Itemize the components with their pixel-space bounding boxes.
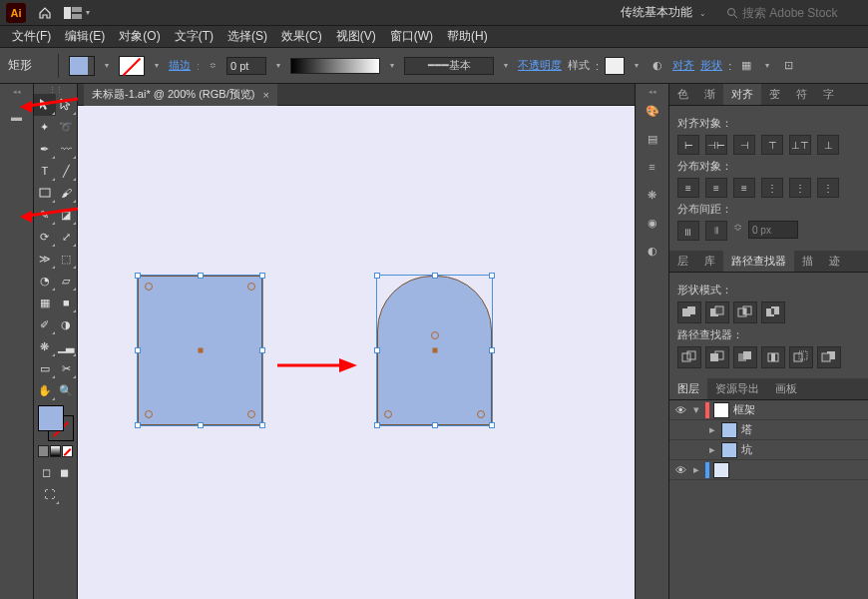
menu-edit[interactable]: 编辑(E) — [59, 26, 111, 47]
menu-view[interactable]: 视图(V) — [330, 26, 382, 47]
dist-top-button[interactable]: ≡ — [677, 178, 699, 198]
minus-back-button[interactable] — [817, 346, 841, 368]
expand-toggle[interactable]: ▾ — [691, 403, 701, 416]
eyedropper-tool[interactable]: ✐ — [34, 313, 56, 335]
tab-layer-short[interactable]: 层 — [669, 251, 696, 272]
curvature-tool[interactable]: 〰 — [56, 138, 78, 160]
tab-artboards[interactable]: 画板 — [767, 378, 805, 399]
corner-widget[interactable] — [247, 410, 255, 418]
tab-align[interactable]: 对齐 — [723, 84, 761, 105]
layer-name[interactable]: 塔 — [741, 422, 864, 437]
expand-toggle[interactable]: ▸ — [691, 463, 701, 476]
line-tool[interactable]: ╱ — [56, 160, 78, 182]
brushes-panel-icon[interactable]: ≡ — [639, 154, 666, 180]
crop-button[interactable] — [761, 346, 785, 368]
corner-widget[interactable] — [145, 283, 153, 291]
search-input[interactable] — [742, 6, 862, 20]
width-tool[interactable]: ≫ — [34, 248, 56, 270]
transform-icon[interactable]: ⊡ — [779, 57, 797, 75]
symbol-sprayer-tool[interactable]: ❋ — [34, 335, 56, 357]
dist-right-button[interactable]: ⋮ — [817, 178, 839, 198]
isolate-icon[interactable]: ▦ — [737, 57, 755, 75]
dist-vcenter-button[interactable]: ≡ — [705, 178, 727, 198]
gradient-tool[interactable]: ■ — [56, 292, 78, 313]
variable-width-profile[interactable] — [290, 58, 380, 74]
slice-tool[interactable]: ✂ — [56, 357, 78, 379]
chevron-down-icon[interactable]: ▾ — [386, 61, 398, 70]
recolor-icon[interactable]: ◐ — [649, 57, 666, 75]
stroke-weight-input[interactable] — [226, 57, 266, 75]
chevron-down-icon[interactable]: ▾ — [761, 61, 773, 70]
rectangle-shape[interactable] — [138, 276, 262, 425]
chevron-down-icon[interactable]: ▾ — [151, 61, 163, 70]
corner-widget[interactable] — [145, 410, 153, 418]
expand-handle-icon[interactable]: ◂◂ — [636, 88, 668, 96]
resize-handle[interactable] — [374, 273, 380, 279]
dist-vspace-button[interactable]: ⫼ — [677, 221, 699, 241]
hand-tool[interactable]: ✋ — [34, 379, 56, 401]
tab-layers[interactable]: 图层 — [669, 378, 707, 399]
graphic-style-swatch[interactable] — [605, 57, 625, 75]
align-left-button[interactable]: ⊢ — [677, 135, 699, 155]
trim-button[interactable] — [705, 346, 729, 368]
tab-color[interactable]: 色 — [669, 84, 696, 105]
pen-tool[interactable]: ✒ — [34, 138, 56, 160]
corner-widget[interactable] — [477, 410, 485, 418]
layer-row[interactable]: 👁 ▸ — [669, 460, 868, 480]
layer-row[interactable]: ▸ 塔 — [669, 420, 868, 440]
chevron-down-icon[interactable]: ▾ — [500, 61, 512, 70]
layer-row[interactable]: 👁 ▾ 框架 — [669, 400, 868, 420]
shape-builder-tool[interactable]: ◔ — [34, 270, 56, 292]
blend-tool[interactable]: ◑ — [56, 313, 78, 335]
draw-normal-icon[interactable]: ◻ — [38, 461, 56, 483]
unite-button[interactable] — [677, 301, 701, 323]
visibility-icon[interactable]: 👁 — [673, 404, 687, 416]
magic-wand-tool[interactable]: ✦ — [34, 116, 56, 138]
corner-widget[interactable] — [431, 331, 439, 339]
draw-behind-icon[interactable]: ◼ — [56, 461, 74, 483]
workspace-selector[interactable]: 传统基本功能 ⌄ — [615, 2, 716, 23]
symbols-panel-icon[interactable]: ❋ — [639, 182, 666, 208]
menu-file[interactable]: 文件(F) — [6, 26, 57, 47]
intersect-button[interactable] — [733, 301, 757, 323]
dist-hspace-button[interactable]: ⫴ — [705, 221, 727, 241]
layout-switch-icon[interactable]: ▾ — [64, 3, 94, 23]
menu-select[interactable]: 选择(S) — [221, 26, 273, 47]
align-top-button[interactable]: ⊤ — [761, 135, 783, 155]
exclude-button[interactable] — [761, 301, 785, 323]
outline-button[interactable] — [789, 346, 813, 368]
corner-widget[interactable] — [247, 283, 255, 291]
spacing-input[interactable] — [748, 221, 798, 239]
dist-hcenter-button[interactable]: ⋮ — [789, 178, 811, 198]
tab-trace[interactable]: 迹 — [821, 251, 848, 272]
tab-stroke-short[interactable]: 描 — [794, 251, 821, 272]
stroke-swatch-none[interactable] — [119, 56, 145, 76]
close-icon[interactable]: × — [262, 89, 268, 101]
align-right-button[interactable]: ⊣ — [733, 135, 755, 155]
menu-effect[interactable]: 效果(C) — [275, 26, 328, 47]
artboard-tool[interactable]: ▭ — [34, 357, 56, 379]
stepper-icon[interactable]: ≎ — [206, 61, 220, 70]
layer-row[interactable]: ▸ 坑 — [669, 440, 868, 460]
scale-tool[interactable]: ⤢ — [56, 226, 78, 248]
layer-name[interactable]: 框架 — [733, 402, 864, 417]
resize-handle[interactable] — [489, 273, 495, 279]
chevron-down-icon[interactable]: ▾ — [631, 61, 643, 70]
stroke-panel-icon[interactable]: ◉ — [639, 210, 666, 236]
align-bottom-button[interactable]: ⊥ — [817, 135, 839, 155]
menu-window[interactable]: 窗口(W) — [384, 26, 439, 47]
dist-bottom-button[interactable]: ≡ — [733, 178, 755, 198]
color-mode-gradient[interactable] — [50, 445, 61, 457]
type-tool[interactable]: T — [34, 160, 56, 182]
visibility-icon[interactable]: 👁 — [673, 464, 687, 476]
fill-swatch[interactable] — [69, 56, 95, 76]
screen-mode-icon[interactable]: ⛶ — [38, 483, 60, 505]
minus-front-button[interactable] — [705, 301, 729, 323]
align-hcenter-button[interactable]: ⊣⊢ — [705, 135, 727, 155]
lasso-tool[interactable]: ➰ — [56, 116, 78, 138]
menu-help[interactable]: 帮助(H) — [441, 26, 494, 47]
chevron-down-icon[interactable]: ▾ — [272, 61, 284, 70]
search-stock[interactable] — [726, 6, 862, 20]
rotate-tool[interactable]: ⟳ — [34, 226, 56, 248]
divide-button[interactable] — [677, 346, 701, 368]
